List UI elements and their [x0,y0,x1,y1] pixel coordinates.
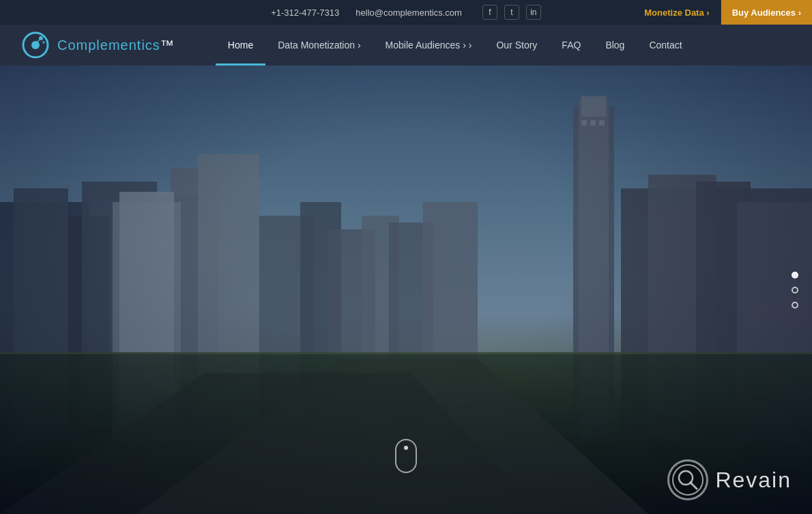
nav-link-blog[interactable]: Blog [593,25,637,66]
phone-number: +1-312-477-7313 [271,8,339,18]
nav-item-home[interactable]: Home [216,25,265,66]
email-address: hello@complementics.com [356,8,462,18]
svg-line-4 [37,40,40,42]
hero-section: Revain [0,66,812,514]
slide-dots [792,272,798,309]
svg-point-3 [42,41,45,44]
revain-icon [667,459,708,500]
nav-item-mobile-audiences[interactable]: Mobile Audiences › [373,25,484,66]
top-bar: +1-312-477-7313 hello@complementics.com … [0,0,812,25]
slide-dot-3[interactable] [792,302,798,309]
main-nav: Complementics™ Home Data Monetization Mo… [0,25,812,66]
nav-link-contact[interactable]: Contact [637,25,694,66]
top-bar-actions: Monetize Data › Buy Audiences › [633,0,812,25]
nav-link-home[interactable]: Home [216,25,265,66]
scroll-dot [404,446,408,450]
nav-link-our-story[interactable]: Our Story [484,25,549,66]
nav-link-mobile-audiences[interactable]: Mobile Audiences › [373,25,484,66]
svg-point-1 [31,41,40,49]
slide-dot-2[interactable] [792,287,798,294]
revain-watermark: Revain [667,459,792,500]
revain-text: Revain [715,468,792,493]
nav-link-data-monetization[interactable]: Data Monetization [265,25,373,66]
scroll-indicator[interactable] [395,439,417,473]
nav-item-contact[interactable]: Contact [637,25,694,66]
social-icons: f t in [482,5,541,20]
nav-item-blog[interactable]: Blog [593,25,637,66]
revain-icon-svg [669,461,706,498]
nav-item-our-story[interactable]: Our Story [484,25,549,66]
nav-item-faq[interactable]: FAQ [549,25,593,66]
buy-audiences-button[interactable]: Buy Audiences › [721,0,812,25]
nav-links: Home Data Monetization Mobile Audiences … [216,25,695,66]
twitter-icon[interactable]: t [504,5,519,20]
logo[interactable]: Complementics™ [20,30,175,60]
nav-item-data-monetization[interactable]: Data Monetization [265,25,373,66]
slide-dot-1[interactable] [792,272,798,279]
svg-line-38 [691,483,697,489]
contact-info: +1-312-477-7313 hello@complementics.com [271,8,462,18]
linkedin-icon[interactable]: in [526,5,541,20]
nav-link-faq[interactable]: FAQ [549,25,593,66]
svg-point-36 [673,465,703,495]
monetize-data-button[interactable]: Monetize Data › [633,0,721,25]
logo-brand: Complementics [57,38,160,53]
logo-text: Complementics™ [57,38,175,53]
facebook-icon[interactable]: f [482,5,497,20]
logo-icon [20,30,50,60]
